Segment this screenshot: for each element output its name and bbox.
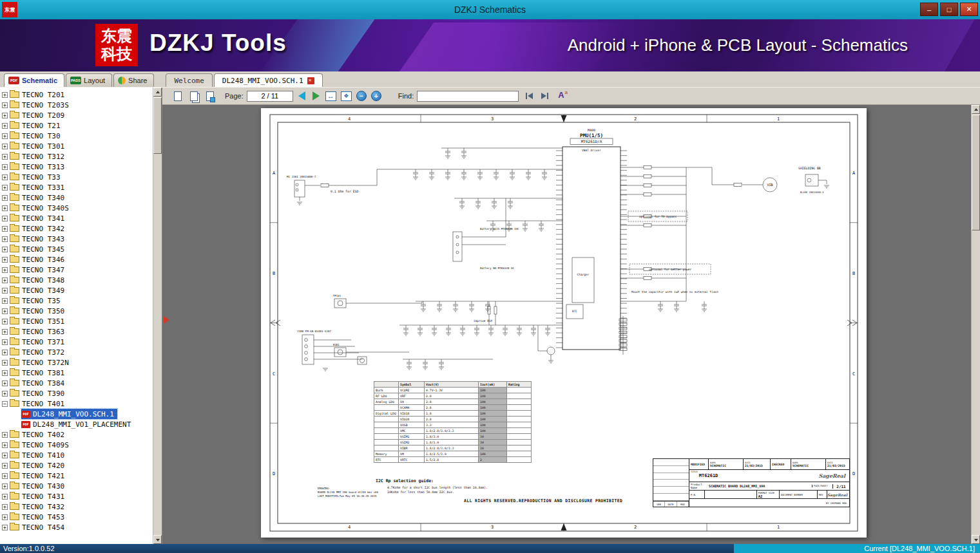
tree-folder[interactable]: +TECNO T372N bbox=[2, 357, 72, 368]
tree-folder[interactable]: +TECNO T201 bbox=[2, 89, 68, 100]
minimize-button[interactable]: – bbox=[920, 3, 938, 16]
scroll-down-icon[interactable] bbox=[972, 535, 980, 544]
tree-folder[interactable]: +TECNO T372 bbox=[2, 347, 68, 357]
expand-icon[interactable]: + bbox=[2, 442, 8, 448]
expand-icon[interactable]: + bbox=[2, 277, 8, 283]
scroll-up-icon[interactable] bbox=[972, 105, 980, 114]
tree-folder[interactable]: +TECNO T30 bbox=[2, 131, 64, 141]
maximize-button[interactable]: □ bbox=[940, 3, 958, 16]
previous-page-icon[interactable] bbox=[298, 91, 305, 100]
tree-folder[interactable]: +TECNO T340 bbox=[2, 192, 68, 203]
close-button[interactable]: ✕ bbox=[960, 3, 978, 16]
tree-file[interactable]: PDFDL248_MMI_VOO.SCH.1 bbox=[21, 409, 117, 419]
tree-folder[interactable]: +TECNO T421 bbox=[2, 471, 68, 481]
expand-icon[interactable]: + bbox=[2, 514, 8, 520]
expand-icon[interactable]: + bbox=[2, 288, 8, 294]
tree-folder[interactable]: +TECNO T340S bbox=[2, 203, 72, 213]
tab-close-icon[interactable] bbox=[307, 77, 314, 84]
expand-icon[interactable]: + bbox=[2, 226, 8, 232]
tree-folder[interactable]: +TECNO T409S bbox=[2, 440, 72, 450]
expand-icon[interactable]: + bbox=[2, 247, 8, 252]
tree-folder[interactable]: +TECNO T301 bbox=[2, 141, 68, 151]
expand-icon[interactable]: + bbox=[2, 195, 8, 201]
next-page-icon[interactable] bbox=[312, 91, 320, 100]
tree-folder[interactable]: +TECNO T430 bbox=[2, 481, 68, 491]
tree-folder[interactable]: +TECNO T351 bbox=[2, 316, 68, 326]
tree-folder[interactable]: +TECNO T313 bbox=[2, 162, 68, 172]
expand-icon[interactable]: + bbox=[2, 257, 8, 263]
expand-icon[interactable]: + bbox=[2, 463, 8, 469]
tree-folder[interactable]: +TECNO T431 bbox=[2, 491, 68, 501]
scroll-thumb[interactable] bbox=[972, 115, 980, 230]
font-size-icon[interactable] bbox=[558, 90, 568, 102]
expand-icon[interactable]: + bbox=[2, 350, 8, 355]
zoom-out-icon[interactable] bbox=[356, 91, 367, 101]
tree-file[interactable]: PDFDL248_MMI_VO1_PLACEMENT bbox=[21, 419, 134, 429]
scroll-thumb[interactable] bbox=[153, 97, 162, 154]
tree-folder[interactable]: +TECNO T341 bbox=[2, 213, 68, 223]
expand-icon[interactable]: + bbox=[2, 319, 8, 324]
tree-folder[interactable]: +TECNO T33 bbox=[2, 172, 64, 182]
expand-icon[interactable]: + bbox=[2, 185, 8, 191]
tree-folder[interactable]: +TECNO T453 bbox=[2, 512, 68, 522]
find-input[interactable] bbox=[417, 91, 519, 102]
tree-folder[interactable]: +TECNO T209 bbox=[2, 110, 68, 120]
tree-folder[interactable]: +TECNO T371 bbox=[2, 337, 68, 347]
tree-folder[interactable]: +TECNO T350 bbox=[2, 306, 68, 316]
tree-folder[interactable]: +TECNO T384 bbox=[2, 378, 68, 388]
expand-icon[interactable]: + bbox=[2, 102, 8, 108]
expand-icon[interactable]: + bbox=[2, 205, 8, 211]
copy-page-icon[interactable] bbox=[187, 89, 200, 102]
tree-folder[interactable]: +TECNO T349 bbox=[2, 285, 68, 295]
expand-icon[interactable]: + bbox=[2, 525, 8, 530]
tab-welcome[interactable]: Welcome bbox=[166, 73, 212, 87]
expand-icon[interactable]: + bbox=[2, 360, 8, 366]
schematic-canvas[interactable]: 44332211AABBCCDDM400PMU(1/5)MT6261D/AVBA… bbox=[162, 105, 980, 544]
canvas-scrollbar[interactable] bbox=[971, 105, 980, 544]
expand-icon[interactable]: + bbox=[2, 174, 8, 180]
tab-schematic[interactable]: PDF Schematic bbox=[4, 73, 64, 87]
expand-icon[interactable]: + bbox=[2, 494, 8, 500]
tree-folder[interactable]: +TECNO T21 bbox=[2, 120, 64, 131]
tree-folder[interactable]: +TECNO T348 bbox=[2, 275, 68, 285]
page-input[interactable] bbox=[247, 91, 293, 102]
tree-folder[interactable]: +TECNO T342 bbox=[2, 223, 68, 234]
zoom-in-icon[interactable] bbox=[371, 91, 381, 101]
tree-folder[interactable]: +TECNO T343 bbox=[2, 234, 68, 244]
tree-folder[interactable]: +TECNO T363 bbox=[2, 326, 68, 337]
expand-icon[interactable]: − bbox=[2, 401, 8, 407]
tree-folder[interactable]: −TECNO T401 bbox=[2, 398, 68, 409]
tab-share[interactable]: Share bbox=[113, 73, 154, 87]
page-thumbnail-icon[interactable] bbox=[171, 89, 184, 102]
tree-folder[interactable]: +TECNO T390 bbox=[2, 388, 68, 398]
expand-icon[interactable]: + bbox=[2, 391, 8, 397]
expand-icon[interactable]: + bbox=[2, 329, 8, 335]
expand-icon[interactable]: + bbox=[2, 370, 8, 376]
expand-icon[interactable]: + bbox=[2, 308, 8, 314]
tree-folder[interactable]: +TECNO T347 bbox=[2, 265, 68, 275]
expand-icon[interactable]: + bbox=[2, 164, 8, 170]
expand-icon[interactable]: + bbox=[2, 380, 8, 386]
tree-folder[interactable]: +TECNO T346 bbox=[2, 254, 68, 265]
expand-icon[interactable]: + bbox=[2, 432, 8, 438]
expand-icon[interactable]: + bbox=[2, 267, 8, 273]
find-previous-icon[interactable] bbox=[524, 91, 534, 100]
tree-folder[interactable]: +TECNO T420 bbox=[2, 460, 68, 471]
tree-folder[interactable]: +TECNO T35 bbox=[2, 295, 64, 306]
expand-icon[interactable]: + bbox=[2, 154, 8, 160]
tree-folder[interactable]: +TECNO T410 bbox=[2, 450, 68, 460]
tree-folder[interactable]: +TECNO T331 bbox=[2, 182, 68, 192]
fit-width-icon[interactable] bbox=[325, 91, 336, 101]
tree-folder[interactable]: +TECNO T345 bbox=[2, 244, 68, 254]
sidebar-scrollbar[interactable] bbox=[153, 88, 162, 544]
tree-folder[interactable]: +TECNO T312 bbox=[2, 151, 68, 162]
expand-icon[interactable]: + bbox=[2, 92, 8, 98]
find-next-icon[interactable] bbox=[540, 91, 550, 100]
expand-icon[interactable]: + bbox=[2, 483, 8, 489]
expand-icon[interactable]: + bbox=[2, 504, 8, 510]
fit-page-icon[interactable] bbox=[341, 91, 352, 101]
tab-document-active[interactable]: DL248_MMI_VOO.SCH.1 bbox=[214, 73, 323, 87]
tab-layout[interactable]: PADS Layout bbox=[66, 73, 112, 87]
expand-icon[interactable]: + bbox=[2, 473, 8, 479]
snapshot-icon[interactable] bbox=[204, 89, 216, 102]
